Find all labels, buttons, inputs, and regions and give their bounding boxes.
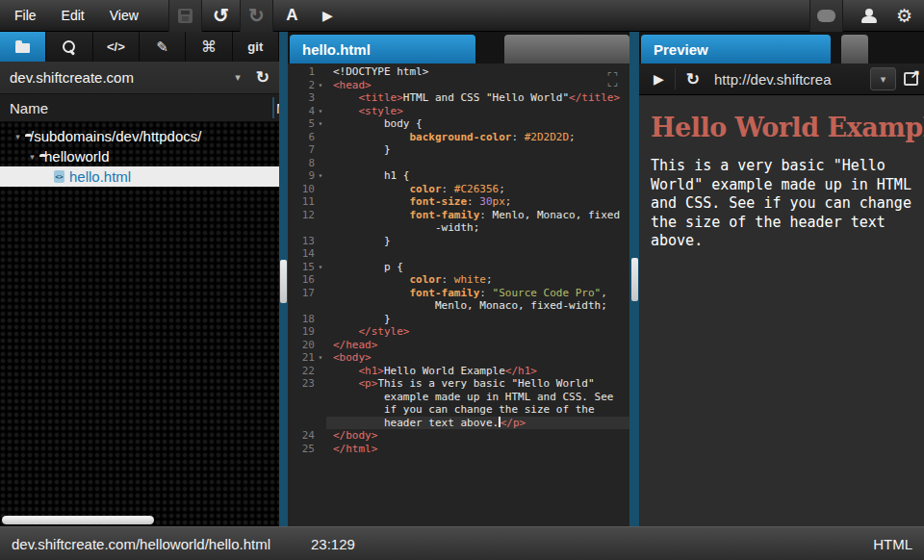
tree-column-headers[interactable]: Name Modified [0,94,279,122]
line-number[interactable]: 16 [288,273,315,287]
code-line[interactable]: 18 } [288,313,629,326]
line-number[interactable]: 11 [288,195,315,209]
code-line[interactable]: 9▾ h1 { [288,169,629,183]
line-number[interactable]: 21 [288,351,315,365]
code-line[interactable]: 20</head> [288,339,629,352]
code-line[interactable]: Menlo, Monaco, fixed-width; [288,299,629,313]
line-number[interactable]: 5 [288,117,315,131]
menu-view[interactable]: View [97,0,151,31]
line-number[interactable]: 12 [288,209,315,222]
site-selector[interactable]: dev.shiftcreate.com ▾ ↻ [0,62,279,94]
line-number[interactable] [288,403,315,417]
preview-run-button[interactable]: ▶ [645,64,673,94]
code-line[interactable]: 21▾<body> [288,351,629,365]
menu-edit[interactable]: Edit [49,0,97,31]
preview-tab[interactable]: Preview [641,35,831,64]
tree-item--subdomains-dev-httpdocs-[interactable]: ▾/subdomains/dev/httpdocs/ [0,126,279,146]
code-line[interactable]: 3 <title>HTML and CSS "Hello World"</tit… [288,91,629,105]
code-area[interactable]: ⌜⌝ ⌞⌟ 1<!DOCTYPE html>2▾<head>3 <title>H… [288,64,629,526]
preview-splitter[interactable] [629,32,639,526]
code-line[interactable]: 16 color: white; [288,273,629,287]
code-line[interactable]: if you can change the size of the [288,403,629,417]
menu-file[interactable]: File [0,0,49,31]
refresh-tree-button[interactable]: ↻ [256,69,270,86]
line-number[interactable] [288,299,315,313]
expander-icon[interactable]: ▾ [25,152,39,162]
line-number[interactable] [288,391,315,404]
sidebar-tab-snippets[interactable]: ⌘ [186,32,232,62]
sidebar-tab-search[interactable] [46,32,92,62]
line-number[interactable]: 23 [288,377,315,391]
code-line[interactable]: 14 [288,247,629,261]
line-number[interactable]: 17 [288,287,315,300]
code-line[interactable]: 25</html> [288,443,629,456]
line-number[interactable]: 25 [288,443,315,456]
fold-marker[interactable]: ▾ [315,79,326,92]
code-line[interactable]: 11 font-size: 30px; [288,195,629,209]
splitter-handle[interactable] [631,258,638,301]
line-number[interactable]: 19 [288,325,315,339]
code-line[interactable]: 13 } [288,235,629,248]
line-number[interactable]: 15 [288,261,315,274]
line-number[interactable] [288,417,315,430]
code-line[interactable]: 6 background-color: #2D2D2D; [288,131,629,144]
editor-tab-hello-html[interactable]: hello.html [290,35,475,64]
tree-item-hello-html[interactable]: ▾<>hello.html [0,166,279,187]
fold-marker[interactable]: ▾ [315,117,326,131]
code-line[interactable]: 22 <h1>Hello World Example</h1> [288,365,629,378]
line-number[interactable]: 1 [288,65,315,79]
code-line[interactable]: 17 font-family: "Source Code Pro", [288,287,629,300]
sidebar-tab-files[interactable] [0,32,46,62]
line-number[interactable]: 13 [288,235,315,248]
code-line[interactable]: -width; [288,221,629,235]
line-number[interactable]: 6 [288,131,315,144]
line-number[interactable]: 10 [288,183,315,196]
fold-marker[interactable]: ▾ [315,351,326,365]
code-line[interactable]: 1<!DOCTYPE html> [288,65,629,79]
code-line[interactable]: 23 <p>This is a very basic "Hello World" [288,377,629,391]
status-language-mode[interactable]: HTML [873,536,912,552]
code-line[interactable]: 8 [288,157,629,170]
tree-horizontal-scrollbar[interactable] [2,516,154,524]
sidebar-splitter[interactable] [279,32,288,526]
chat-button[interactable] [809,0,843,32]
code-line[interactable]: 5▾ body { [288,117,629,131]
url-dropdown-button[interactable]: ▾ [870,67,896,90]
undo-button[interactable]: ↺ [204,0,238,32]
line-number[interactable]: 3 [288,91,315,105]
code-line[interactable]: 4▾ <style> [288,105,629,118]
line-number[interactable]: 9 [288,169,315,183]
line-number[interactable]: 8 [288,157,315,170]
column-divider[interactable] [272,97,274,118]
line-number[interactable]: 22 [288,365,315,378]
code-line[interactable]: 10 color: #C26356; [288,183,629,196]
sidebar-tab-code[interactable]: </> [93,32,140,62]
fullscreen-button[interactable]: ⌜⌝ ⌞⌟ [607,74,620,86]
code-line[interactable]: 15▾ p { [288,261,629,274]
expander-icon[interactable]: ▾ [11,132,25,141]
line-number[interactable]: 7 [288,143,315,157]
tree-item-helloworld[interactable]: ▾helloworld [0,146,279,166]
fold-marker[interactable]: ▾ [315,105,326,118]
line-number[interactable]: 24 [288,429,315,443]
line-number[interactable]: 20 [288,339,315,352]
code-line[interactable]: 19 </style> [288,325,629,339]
line-number[interactable]: 18 [288,313,315,326]
run-button[interactable]: ▶ [311,0,345,32]
splitter-handle[interactable] [280,260,287,303]
code-line[interactable]: 7 } [288,143,629,157]
code-line[interactable]: 2▾<head> [288,79,629,92]
open-external-button[interactable] [904,72,918,86]
redo-button[interactable]: ↻ [240,0,273,32]
fold-marker[interactable]: ▾ [315,261,326,274]
code-line[interactable]: 12 font-family: Menlo, Monaco, fixed [288,209,629,222]
save-button[interactable] [168,0,202,32]
settings-button[interactable]: ⚙ [887,0,921,32]
line-number[interactable]: 2 [288,79,315,92]
code-line[interactable]: example made up in HTML and CSS. See [288,391,629,404]
preview-refresh-button[interactable]: ↻ [678,64,708,94]
code-line[interactable]: 24</body> [288,429,629,443]
fold-marker[interactable]: ▾ [315,169,326,183]
preview-url-field[interactable]: http://dev.shiftcrea [714,71,870,88]
sidebar-tab-git[interactable]: git [233,32,279,62]
